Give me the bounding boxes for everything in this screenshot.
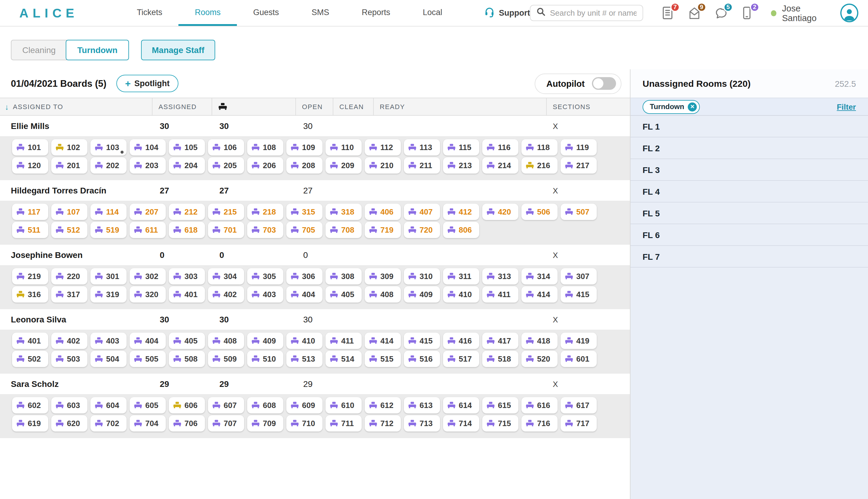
room-chip[interactable]: 212 — [169, 204, 205, 220]
room-chip[interactable]: 707 — [208, 415, 244, 431]
manage-staff-button[interactable]: Manage Staff — [141, 39, 215, 60]
room-chip[interactable]: 602 — [12, 397, 48, 413]
room-chip[interactable]: 217 — [561, 157, 597, 173]
room-chip[interactable]: 110 — [326, 139, 362, 156]
room-chip[interactable]: 411 — [326, 333, 362, 349]
room-chip[interactable]: 516 — [404, 351, 440, 367]
room-chip[interactable]: 408 — [208, 333, 244, 349]
room-chip[interactable]: 118 — [522, 139, 558, 156]
room-chip[interactable]: 103 — [90, 139, 126, 156]
col-ready[interactable]: READY — [374, 98, 547, 115]
room-chip[interactable]: 308 — [326, 268, 362, 284]
room-chip[interactable]: 417 — [482, 333, 518, 349]
floor-row[interactable]: FL 6 — [631, 224, 868, 246]
room-chip[interactable]: 414 — [365, 333, 401, 349]
room-chip[interactable]: 403 — [247, 286, 283, 303]
room-chip[interactable]: 307 — [561, 268, 597, 284]
room-chip[interactable]: 317 — [51, 286, 87, 303]
room-chip[interactable]: 202 — [90, 157, 126, 173]
room-chip[interactable]: 311 — [443, 268, 479, 284]
room-chip[interactable]: 504 — [90, 351, 126, 367]
phone-notification-button[interactable]: 2 — [741, 5, 755, 21]
room-chip[interactable]: 510 — [247, 351, 283, 367]
room-chip[interactable]: 518 — [482, 351, 518, 367]
room-chip[interactable]: 702 — [90, 415, 126, 431]
room-chip[interactable]: 107 — [51, 204, 87, 220]
room-chip[interactable]: 112 — [365, 139, 401, 156]
room-chip[interactable]: 716 — [522, 415, 558, 431]
nav-tab-rooms[interactable]: Rooms — [179, 0, 237, 26]
room-chip[interactable]: 410 — [286, 333, 322, 349]
room-chip[interactable]: 512 — [51, 222, 87, 238]
chat-notification-button[interactable]: 5 — [714, 5, 729, 21]
room-chip[interactable]: 609 — [286, 397, 322, 413]
room-chip[interactable]: 401 — [169, 286, 205, 303]
room-chip[interactable]: 503 — [51, 351, 87, 367]
room-chip[interactable]: 603 — [51, 397, 87, 413]
room-chip[interactable]: 610 — [326, 397, 362, 413]
room-chip[interactable]: 113 — [404, 139, 440, 156]
room-chip[interactable]: 117 — [12, 204, 48, 220]
room-chip[interactable]: 109 — [286, 139, 322, 156]
room-chip[interactable]: 208 — [286, 157, 322, 173]
room-chip[interactable]: 414 — [522, 286, 558, 303]
room-chip[interactable]: 704 — [130, 415, 166, 431]
col-sections[interactable]: SECTIONS — [547, 98, 630, 115]
room-chip[interactable]: 615 — [482, 397, 518, 413]
room-chip[interactable]: 611 — [130, 222, 166, 238]
room-chip[interactable]: 617 — [561, 397, 597, 413]
room-chip[interactable]: 404 — [286, 286, 322, 303]
room-chip[interactable]: 115 — [443, 139, 479, 156]
room-chip[interactable]: 310 — [404, 268, 440, 284]
turndown-filter-chip[interactable]: Turndown ✕ — [643, 100, 700, 113]
room-chip[interactable]: 313 — [482, 268, 518, 284]
room-chip[interactable]: 717 — [561, 415, 597, 431]
remove-filter-icon[interactable]: ✕ — [688, 102, 697, 111]
room-chip[interactable]: 407 — [404, 204, 440, 220]
room-chip[interactable]: 101 — [12, 139, 48, 156]
room-chip[interactable]: 608 — [247, 397, 283, 413]
room-chip[interactable]: 711 — [326, 415, 362, 431]
room-chip[interactable]: 405 — [169, 333, 205, 349]
user-menu[interactable]: Jose Santiago — [771, 3, 858, 23]
room-chip[interactable]: 418 — [522, 333, 558, 349]
room-chip[interactable]: 514 — [326, 351, 362, 367]
room-chip[interactable]: 720 — [404, 222, 440, 238]
room-chip[interactable]: 604 — [90, 397, 126, 413]
room-chip[interactable]: 507 — [561, 204, 597, 220]
room-chip[interactable]: 205 — [208, 157, 244, 173]
room-chip[interactable]: 620 — [51, 415, 87, 431]
room-chip[interactable]: 419 — [561, 333, 597, 349]
room-chip[interactable]: 119 — [561, 139, 597, 156]
support-button[interactable]: Support — [484, 0, 530, 26]
room-chip[interactable]: 314 — [522, 268, 558, 284]
room-chip[interactable]: 116 — [482, 139, 518, 156]
room-chip[interactable]: 213 — [443, 157, 479, 173]
room-chip[interactable]: 319 — [90, 286, 126, 303]
room-chip[interactable]: 108 — [247, 139, 283, 156]
filter-link[interactable]: Filter — [837, 102, 856, 111]
room-chip[interactable]: 706 — [169, 415, 205, 431]
room-chip[interactable]: 715 — [482, 415, 518, 431]
room-chip[interactable]: 607 — [208, 397, 244, 413]
room-chip[interactable]: 420 — [482, 204, 518, 220]
turndown-tab[interactable]: Turndown — [66, 39, 129, 60]
nav-tab-local[interactable]: Local — [406, 0, 459, 26]
room-chip[interactable]: 306 — [286, 268, 322, 284]
room-chip[interactable]: 405 — [326, 286, 362, 303]
room-chip[interactable]: 309 — [365, 268, 401, 284]
floor-row[interactable]: FL 4 — [631, 181, 868, 203]
room-chip[interactable]: 410 — [443, 286, 479, 303]
room-chip[interactable]: 806 — [443, 222, 479, 238]
cleaning-tab[interactable]: Cleaning — [11, 39, 67, 60]
room-chip[interactable]: 612 — [365, 397, 401, 413]
room-chip[interactable]: 408 — [365, 286, 401, 303]
room-chip[interactable]: 220 — [51, 268, 87, 284]
room-chip[interactable]: 513 — [286, 351, 322, 367]
room-chip[interactable]: 705 — [286, 222, 322, 238]
autopilot-toggle[interactable] — [592, 77, 616, 90]
search-box[interactable] — [530, 5, 643, 21]
room-chip[interactable]: 219 — [12, 268, 48, 284]
search-input[interactable] — [550, 9, 637, 17]
floor-row[interactable]: FL 7 — [631, 246, 868, 268]
